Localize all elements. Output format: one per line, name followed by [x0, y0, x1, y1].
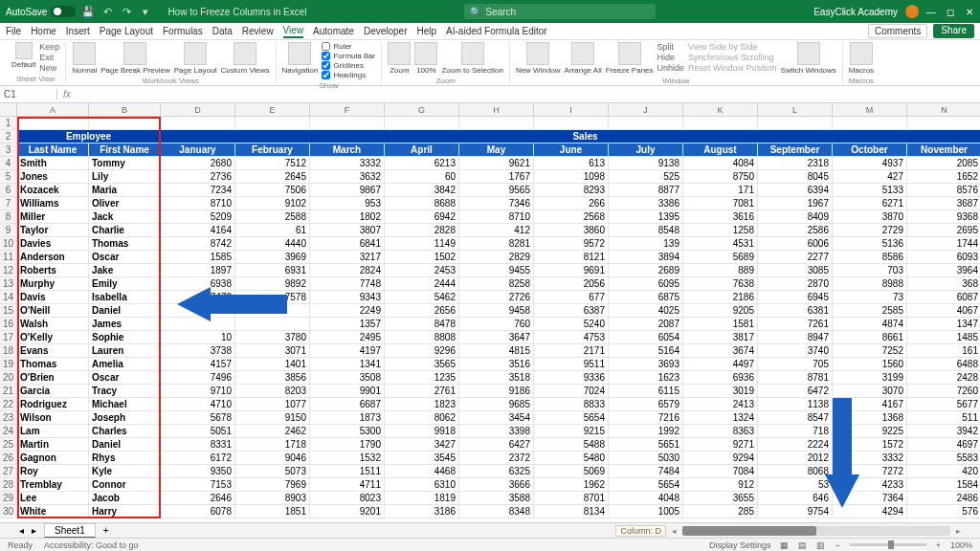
scroll-right-icon[interactable]: ▸ [956, 526, 961, 536]
ribbon-group-workbook-views: Normal Page Break Preview Page Layout Cu… [66, 42, 276, 83]
zoom-slider[interactable] [850, 543, 926, 546]
col-header[interactable]: H [459, 103, 534, 116]
search-icon: 🔍 [470, 7, 481, 17]
table-row[interactable]: 14 Davis Isabella 7472757893435462272667… [0, 291, 980, 304]
undo-icon[interactable]: ↶ [100, 5, 114, 18]
tab-insert[interactable]: Insert [66, 26, 90, 36]
save-icon[interactable]: 💾 [81, 5, 95, 18]
view-normal-icon[interactable]: ▦ [780, 540, 789, 550]
col-header[interactable]: D [161, 103, 235, 116]
freeze-panes-button[interactable]: Freeze Panes [606, 42, 654, 75]
arrange-all-button[interactable]: Arrange All [565, 42, 602, 75]
account-name[interactable]: EasyClick Academy [813, 7, 898, 17]
redo-icon[interactable]: ↷ [120, 5, 133, 18]
table-row[interactable]: 9 Taylor Charlie 41646138072828412386085… [0, 224, 980, 237]
titlebar: AutoSave 💾 ↶ ↷ ▾ How to Freeze Columns i… [0, 0, 980, 23]
tab-developer[interactable]: Developer [364, 26, 408, 36]
tab-view[interactable]: View [283, 25, 304, 38]
new-sheet-icon[interactable]: + [103, 525, 109, 536]
ribbon-group-show: Navigation Ruler Formula Bar Gridlines H… [277, 42, 383, 83]
sheet-nav-next-icon[interactable]: ▸ [32, 525, 36, 536]
page-break-button[interactable]: Page Break Preview [100, 42, 169, 75]
ribbon-group-zoom: Zoom 100% Zoom to Selection Zoom [382, 42, 509, 83]
table-row[interactable]: 20 O'Brien Oscar 74963856350812353518933… [0, 371, 980, 385]
switch-windows-button[interactable]: Switch Windows [781, 42, 836, 75]
zoom-in-icon[interactable]: + [936, 540, 941, 550]
view-page-icon[interactable]: ▤ [798, 540, 807, 550]
col-header[interactable]: I [534, 103, 609, 116]
tab-home[interactable]: Home [31, 26, 56, 36]
col-header[interactable]: N [907, 103, 980, 116]
formula-bar: C1 fx [0, 86, 980, 103]
sheet-tabs: ◂ ▸ Sheet1 + Column: D ◂ ▸ [0, 522, 980, 538]
table-row[interactable]: 17 O'Kelly Sophie 1037802495880836474753… [0, 331, 980, 344]
view-break-icon[interactable]: ▥ [816, 540, 825, 550]
col-header[interactable]: K [683, 103, 758, 116]
status-bar: Ready Accessibility: Good to go Display … [0, 538, 980, 551]
close-icon[interactable]: ✕ [965, 7, 974, 17]
sheet-nav-prev-icon[interactable]: ◂ [19, 525, 24, 536]
table-row[interactable]: 8 Miller Jack 52092588180269428710256813… [0, 210, 980, 224]
spreadsheet-grid[interactable]: ABDEFGHIJKLMN 1 2 Employee Sales 3 Last … [0, 103, 980, 518]
zoom-button[interactable]: Zoom [388, 42, 411, 75]
table-row[interactable]: 7 Williams Oliver 8710910295386887346266… [0, 197, 980, 210]
tab-data[interactable]: Data [212, 26, 233, 36]
qat-dropdown-icon[interactable]: ▾ [139, 5, 152, 18]
table-row[interactable]: 18 Evans Lauren 373830714197929648152171… [0, 344, 980, 358]
col-header[interactable]: L [758, 103, 833, 116]
zoom-level[interactable]: 100% [950, 540, 972, 550]
col-header[interactable]: A [17, 103, 89, 116]
col-header[interactable]: G [385, 103, 459, 116]
tab-formulas[interactable]: Formulas [163, 26, 203, 36]
share-button[interactable]: Share [933, 24, 974, 38]
horizontal-scrollbar[interactable] [682, 526, 950, 536]
table-row[interactable]: 10 Davies Thomas 87424440684111498281957… [0, 237, 980, 251]
search-input[interactable]: 🔍 Search [464, 4, 656, 19]
tab-review[interactable]: Review [242, 26, 274, 36]
table-row[interactable]: 12 Roberts Jake 189769312824245394559691… [0, 264, 980, 277]
tab-ai[interactable]: AI-aided Formula Editor [446, 26, 547, 36]
display-settings-button[interactable]: Display Settings [709, 540, 771, 550]
sheet-tab-1[interactable]: Sheet1 [44, 523, 96, 539]
normal-view-button[interactable]: Normal [72, 42, 97, 75]
table-row[interactable]: 13 Murphy Emily 693898927748244482582056… [0, 277, 980, 291]
zoom-out-icon[interactable]: − [835, 540, 839, 550]
status-accessibility[interactable]: Accessibility: Good to go [44, 540, 139, 550]
tab-automate[interactable]: Automate [313, 26, 354, 36]
maximize-icon[interactable]: ◻ [946, 7, 955, 17]
tab-page-layout[interactable]: Page Layout [100, 26, 153, 36]
col-header[interactable]: E [235, 103, 310, 116]
name-box[interactable]: C1 [0, 89, 57, 99]
table-row[interactable]: 5 Jones Lily 273626453632601767109852587… [0, 170, 980, 184]
select-all-corner[interactable] [0, 103, 17, 116]
table-row[interactable]: 16 Walsh James 1357847876052402087158172… [0, 318, 980, 331]
table-row[interactable]: 11 Anderson Oscar 1585396932171502282981… [0, 251, 980, 264]
account-avatar[interactable] [905, 5, 919, 18]
table-row[interactable]: 15 O'Neill Daniel 2249265694586387402592… [0, 304, 980, 318]
col-header[interactable]: M [833, 103, 907, 116]
zoom-selection-button[interactable]: Zoom to Selection [441, 42, 502, 75]
page-layout-button[interactable]: Page Layout [174, 42, 217, 75]
new-window-button[interactable]: New Window [516, 42, 561, 75]
navigation-button[interactable]: Navigation [282, 42, 319, 75]
scroll-tooltip: Column: D [615, 525, 666, 537]
ribbon-group-macros: Macros Macros [843, 42, 880, 83]
zoom-100-button[interactable]: 100% [414, 42, 437, 75]
custom-views-button[interactable]: Custom Views [221, 42, 270, 75]
table-row[interactable]: 6 Kozacek Maria 723475069867384295658293… [0, 184, 980, 197]
table-row[interactable]: 21 Garcia Tracy 971082039901276191867024… [0, 385, 980, 398]
scroll-left-icon[interactable]: ◂ [672, 526, 677, 536]
minimize-icon[interactable]: — [926, 7, 936, 17]
table-row[interactable]: 4 Smith Tommy 26807512333262139621613913… [0, 157, 980, 170]
comments-button[interactable]: Comments [868, 24, 927, 38]
fx-icon[interactable]: fx [57, 89, 77, 99]
table-row[interactable]: 19 Thomas Amelia 41571401134135653516951… [0, 358, 980, 371]
col-header[interactable]: J [609, 103, 683, 116]
autosave-toggle[interactable]: AutoSave [6, 6, 76, 17]
macros-button[interactable]: Macros [849, 42, 874, 75]
tab-file[interactable]: File [6, 26, 21, 36]
col-header[interactable]: B [89, 103, 161, 116]
col-header[interactable]: F [310, 103, 385, 116]
arrow-left-icon [177, 287, 211, 321]
tab-help[interactable]: Help [417, 26, 437, 36]
